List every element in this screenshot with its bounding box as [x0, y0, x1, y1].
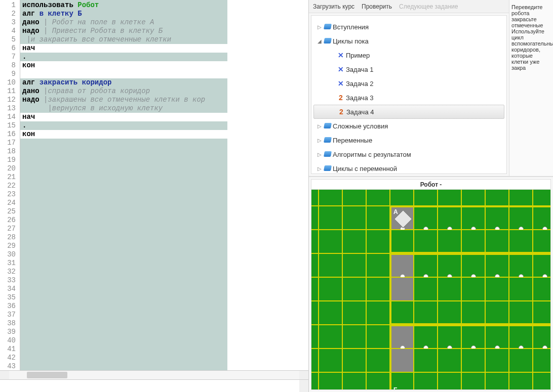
- tree-task2[interactable]: ✕Задача 2: [313, 76, 504, 91]
- check-link[interactable]: Проверить: [362, 3, 392, 10]
- tree-task1[interactable]: ✕Задача 1: [313, 62, 504, 76]
- tree-label: Циклы с переменной: [333, 165, 397, 172]
- robot-panel: Робот - АБ: [311, 179, 551, 390]
- tree-complex[interactable]: ▷ Сложные условия: [313, 119, 504, 133]
- tree-task4[interactable]: 2Задача 4: [313, 105, 504, 119]
- tree-label: Вступления: [333, 23, 369, 31]
- code-editor[interactable]: 1234567891011121314151617181920212223242…: [0, 0, 308, 370]
- robot-field[interactable]: АБ: [311, 190, 550, 389]
- course-pane: Загрузить курс Проверить Следующее задан…: [309, 0, 553, 392]
- tree-cycvar[interactable]: ▷ Циклы с переменной: [313, 161, 504, 174]
- tree-label: Пример: [346, 52, 370, 59]
- tree-label: Задача 2: [346, 80, 373, 88]
- editor-hscroll[interactable]: [0, 370, 308, 379]
- line-gutter: 1234567891011121314151617181920212223242…: [0, 0, 20, 370]
- tree-vars[interactable]: ▷ Переменные: [313, 133, 504, 147]
- tree-label: Алгоритмы с результатом: [333, 151, 411, 158]
- tree-label: Переменные: [333, 137, 372, 144]
- tree-intro[interactable]: ▷ Вступления: [313, 20, 504, 34]
- next-task-link: Следующее задание: [399, 3, 458, 10]
- load-course-link[interactable]: Загрузить курс: [313, 3, 354, 10]
- tree-label: Циклы пока: [333, 37, 369, 45]
- course-tree[interactable]: ▷ Вступления ◢ Циклы пока ✕Пример ✕Задач…: [311, 15, 507, 174]
- editor-pane: 1234567891011121314151617181920212223242…: [0, 0, 309, 392]
- course-toolbar: Загрузить курс Проверить Следующее задан…: [309, 0, 509, 13]
- tree-task3[interactable]: 2Задача 3: [313, 91, 504, 105]
- code-text-area[interactable]: использовать Робот алг в клетку Б дано |…: [20, 0, 308, 370]
- robot-title: Робот -: [311, 180, 550, 190]
- tree-loops[interactable]: ◢ Циклы пока: [313, 34, 504, 48]
- tree-label: Задача 1: [346, 66, 373, 73]
- tree-label: Сложные условия: [333, 122, 388, 130]
- tree-example[interactable]: ✕Пример: [313, 48, 504, 62]
- status-bar: [0, 379, 308, 392]
- tree-label: Задача 3: [346, 94, 373, 102]
- tree-algres[interactable]: ▷ Алгоритмы с результатом: [313, 147, 504, 161]
- task-description: Переведите робота закрасьте отмеченные И…: [509, 0, 553, 176]
- tree-label: Задача 4: [346, 108, 374, 116]
